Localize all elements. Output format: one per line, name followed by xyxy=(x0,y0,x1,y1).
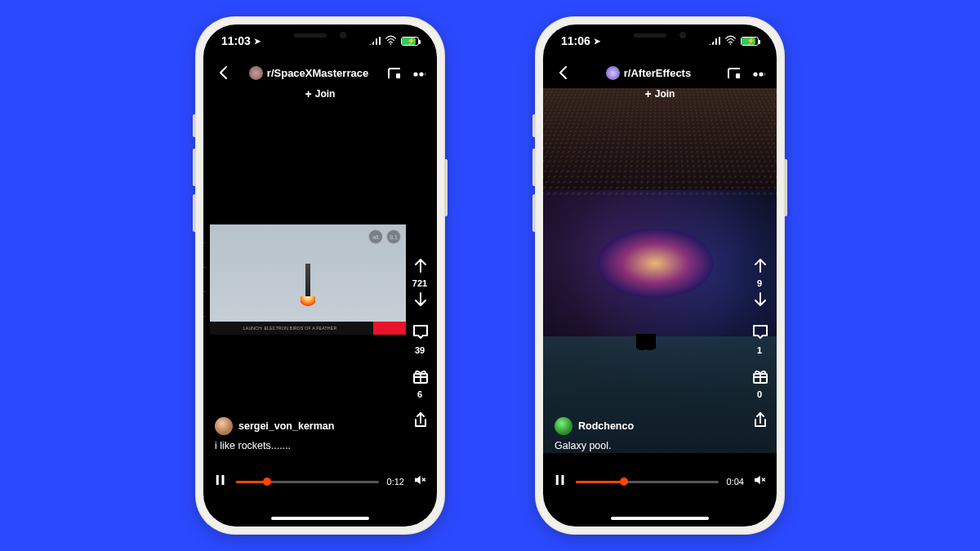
video-banner-text: LAUNCH: ELECTRON BIRDS OF A FEATHER xyxy=(243,326,341,331)
author-name: sergei_von_kerman xyxy=(238,420,334,432)
more-options-button[interactable] xyxy=(412,64,425,82)
picture-in-picture-button[interactable] xyxy=(726,64,740,82)
wifi-icon xyxy=(385,35,397,47)
action-rail: 9 1 0 xyxy=(751,256,768,432)
svg-point-16 xyxy=(730,42,732,44)
downvote-button[interactable] xyxy=(411,290,429,311)
subreddit-title[interactable]: r/SpaceXMasterrace xyxy=(249,66,368,80)
post-caption: i like rockets....... xyxy=(215,440,291,451)
vote-count: 721 xyxy=(412,278,427,288)
upvote-button[interactable] xyxy=(751,256,768,277)
vote-count: 9 xyxy=(757,278,762,288)
phone-mockup-right: 11:06 ➤ ⚡ r/AfterEffects xyxy=(535,16,785,535)
battery-icon: ⚡ xyxy=(741,37,759,46)
video-player-controls: 0:04 xyxy=(553,473,767,491)
action-rail: 721 39 6 xyxy=(411,256,429,432)
comments-button[interactable] xyxy=(411,322,429,344)
home-indicator[interactable] xyxy=(271,517,369,521)
home-indicator[interactable] xyxy=(611,517,709,521)
playback-time: 0:12 xyxy=(387,477,404,487)
notch xyxy=(603,24,717,46)
top-nav: r/AfterEffects + Join xyxy=(543,59,777,100)
author-avatar xyxy=(555,417,572,435)
video-full xyxy=(543,88,777,453)
video-player-controls: 0:12 xyxy=(213,473,427,491)
awards-count: 0 xyxy=(757,389,762,399)
plus-icon: + xyxy=(645,88,652,100)
pause-button[interactable] xyxy=(553,473,568,491)
awards-count: 6 xyxy=(417,389,422,399)
upvote-button[interactable] xyxy=(411,256,429,277)
downvote-button[interactable] xyxy=(751,290,768,311)
status-time: 11:03 xyxy=(221,34,251,47)
location-services-icon: ➤ xyxy=(594,37,600,46)
picture-in-picture-button[interactable] xyxy=(386,64,400,82)
author-row[interactable]: Rodchenco xyxy=(555,417,634,435)
comments-button[interactable] xyxy=(751,322,768,344)
battery-icon: ⚡ xyxy=(401,37,419,46)
join-button[interactable]: + Join xyxy=(555,88,765,100)
share-button[interactable] xyxy=(411,411,429,432)
playback-time: 0:04 xyxy=(727,477,744,487)
comments-count: 1 xyxy=(757,345,762,355)
mute-button[interactable] xyxy=(752,473,767,491)
svg-point-15 xyxy=(390,42,392,44)
wifi-icon xyxy=(724,35,737,47)
pause-button[interactable] xyxy=(213,473,228,491)
status-time: 11:06 xyxy=(561,34,590,47)
phone-mockup-left: 11:03 ➤ ⚡ r/SpaceXMasterrace xyxy=(195,16,445,535)
back-button[interactable] xyxy=(555,63,571,82)
video-thumbnail: alt8.1 LAUNCH: ELECTRON BIRDS OF A FEATH… xyxy=(210,224,406,335)
screen: 11:06 ➤ ⚡ r/AfterEffects xyxy=(543,24,777,527)
award-button[interactable] xyxy=(751,367,768,388)
post-caption: Galaxy pool. xyxy=(555,440,611,451)
comments-count: 39 xyxy=(415,345,425,355)
progress-bar[interactable] xyxy=(236,481,379,483)
subreddit-title[interactable]: r/AfterEffects xyxy=(606,66,691,80)
subreddit-icon xyxy=(606,66,620,80)
top-nav: r/SpaceXMasterrace + Join xyxy=(203,59,437,100)
subreddit-icon xyxy=(249,66,263,80)
screen: 11:03 ➤ ⚡ r/SpaceXMasterrace xyxy=(203,24,437,527)
progress-bar[interactable] xyxy=(576,481,719,483)
share-button[interactable] xyxy=(751,411,768,432)
author-name: Rodchenco xyxy=(578,420,634,432)
notch xyxy=(263,24,377,46)
award-button[interactable] xyxy=(411,367,429,388)
plus-icon: + xyxy=(305,88,312,100)
join-button[interactable]: + Join xyxy=(215,88,425,100)
back-button[interactable] xyxy=(215,63,231,82)
author-row[interactable]: sergei_von_kerman xyxy=(215,417,334,435)
more-options-button[interactable] xyxy=(751,64,765,82)
location-services-icon: ➤ xyxy=(254,37,261,46)
author-avatar xyxy=(215,417,233,435)
mute-button[interactable] xyxy=(412,473,427,491)
